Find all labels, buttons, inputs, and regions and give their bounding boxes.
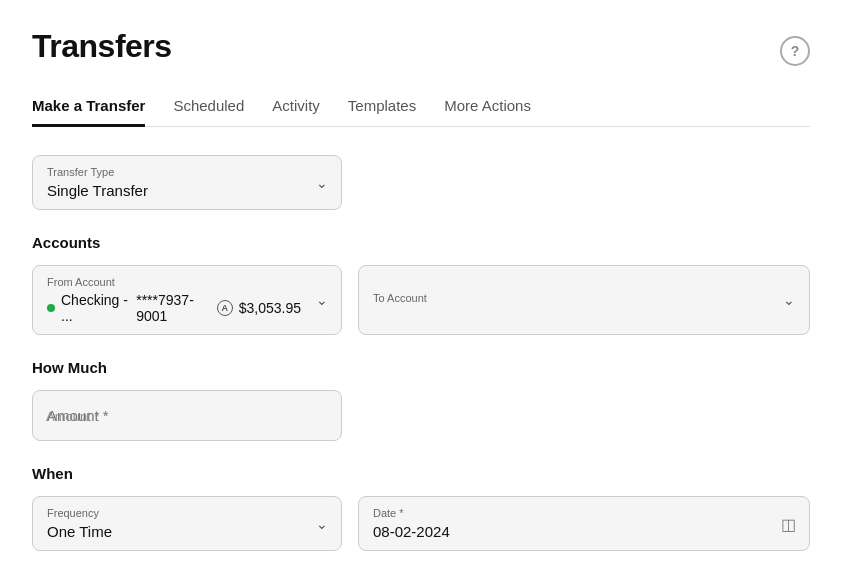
tab-scheduled[interactable]: Scheduled [173,87,244,127]
from-account-label: From Account [47,276,301,288]
tabs-nav: Make a Transfer Scheduled Activity Templ… [32,86,810,127]
page-container: Transfers ? Make a Transfer Scheduled Ac… [0,0,842,561]
frequency-value: One Time [47,523,301,540]
from-account-number: ****7937-9001 [136,292,210,324]
account-type-badge: A [217,300,233,316]
tab-make-a-transfer[interactable]: Make a Transfer [32,87,145,127]
accounts-section: Accounts From Account Checking - ... ***… [32,234,810,335]
transfer-type-select[interactable]: Transfer Type Single Transfer [32,155,342,210]
date-wrapper: Date * 08-02-2024 ◫ [358,496,810,551]
transfer-type-value: Single Transfer [47,182,301,199]
how-much-label: How Much [32,359,810,376]
tab-more-actions[interactable]: More Actions [444,87,531,127]
when-label: When [32,465,810,482]
from-account-balance: $3,053.95 [239,300,301,316]
amount-input-wrapper: Amount * [32,390,342,441]
page-header: Transfers ? [32,28,810,66]
transfer-type-label: Transfer Type [47,166,301,178]
accounts-row: From Account Checking - ... ****7937-900… [32,265,810,335]
from-account-select[interactable]: From Account Checking - ... ****7937-900… [32,265,342,335]
account-status-dot [47,304,55,312]
date-value: 08-02-2024 [373,523,769,540]
from-account-value: Checking - ... ****7937-9001 A $3,053.95 [47,292,301,324]
to-account-select[interactable]: To Account ⌄ [358,265,810,335]
from-account-wrapper: From Account Checking - ... ****7937-900… [32,265,342,335]
frequency-select[interactable]: Frequency One Time [32,496,342,551]
date-select[interactable]: Date * 08-02-2024 [358,496,810,551]
frequency-wrapper: Frequency One Time ⌄ [32,496,342,551]
frequency-label: Frequency [47,507,301,519]
when-row: Frequency One Time ⌄ Date * 08-02-2024 ◫ [32,496,810,551]
transfer-type-section: Transfer Type Single Transfer ⌄ [32,155,810,210]
calendar-icon: ◫ [781,514,796,533]
help-icon: ? [791,43,800,59]
help-button[interactable]: ? [780,36,810,66]
from-account-name: Checking - ... [61,292,130,324]
tab-templates[interactable]: Templates [348,87,416,127]
how-much-section: How Much Amount * [32,359,810,441]
date-label: Date * [373,507,769,519]
amount-input[interactable] [32,390,342,441]
tab-activity[interactable]: Activity [272,87,320,127]
accounts-section-label: Accounts [32,234,810,251]
when-section: When Frequency One Time ⌄ Date * 08-02-2… [32,465,810,551]
to-account-label: To Account [373,292,795,304]
page-title: Transfers [32,28,172,65]
to-account-chevron-icon: ⌄ [783,292,795,308]
transfer-type-wrapper: Transfer Type Single Transfer ⌄ [32,155,342,210]
frequency-chevron-icon: ⌄ [316,516,328,532]
